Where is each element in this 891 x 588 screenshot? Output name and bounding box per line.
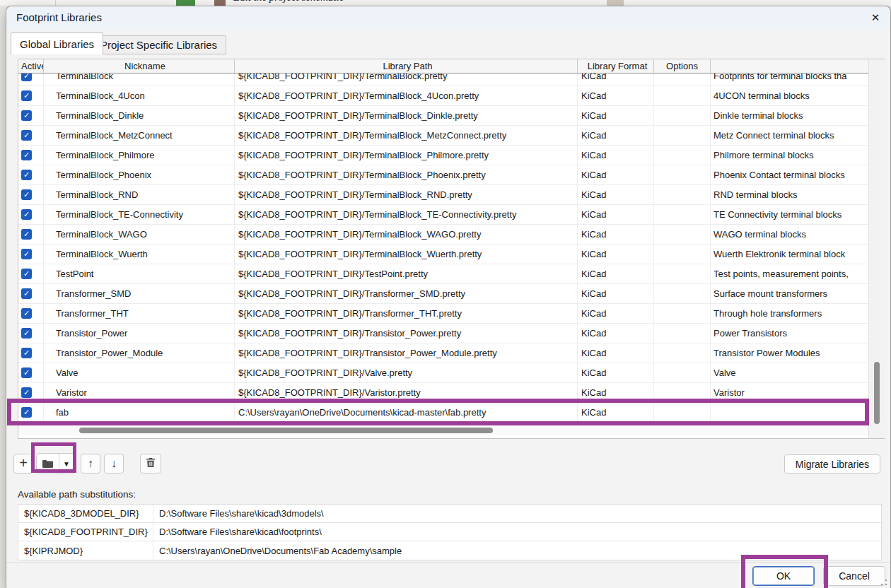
header-options: Options <box>654 59 711 73</box>
cell-options[interactable] <box>654 284 711 304</box>
header-active: Active <box>18 59 44 73</box>
cell-nickname: Transformer_THT <box>44 304 235 324</box>
check-icon: ✓ <box>23 349 30 357</box>
vertical-scrollbar-thumb[interactable] <box>874 362 880 424</box>
table-row[interactable]: ✓ TerminalBlock_MetzConnect ${KICAD8_FOO… <box>18 126 868 146</box>
table-row[interactable]: ✓ TerminalBlock_Dinkle ${KICAD8_FOOTPRIN… <box>18 106 868 126</box>
check-icon: ✓ <box>23 369 30 377</box>
active-checkbox[interactable]: ✓ <box>21 209 32 220</box>
table-row[interactable]: ✓ TerminalBlock_4Ucon ${KICAD8_FOOTPRINT… <box>18 86 868 106</box>
close-icon[interactable]: ✕ <box>865 9 886 26</box>
table-row[interactable]: ✓ TerminalBlock_WAGO ${KICAD8_FOOTPRINT_… <box>18 225 868 245</box>
table-row[interactable]: ✓ Transistor_Power_Module ${KICAD8_FOOTP… <box>18 343 868 363</box>
path-substitutions-table: ${KICAD8_3DMODEL_DIR} D:\Software Files\… <box>18 504 882 560</box>
cell-options[interactable] <box>654 165 711 185</box>
cell-options[interactable] <box>654 146 711 165</box>
active-checkbox[interactable]: ✓ <box>21 368 32 378</box>
table-row[interactable]: ✓ TerminalBlock_RND ${KICAD8_FOOTPRINT_D… <box>18 185 868 205</box>
table-row[interactable]: ✓ Valve ${KICAD8_FOOTPRINT_DIR}/Valve.pr… <box>18 363 868 383</box>
move-up-button[interactable]: ↑ <box>81 454 100 474</box>
cell-options[interactable] <box>654 225 711 245</box>
cell-library-path: ${KICAD8_FOOTPRINT_DIR}/Transformer_THT.… <box>235 304 578 324</box>
active-checkbox[interactable]: ✓ <box>21 73 32 81</box>
table-row[interactable]: ✓ Transformer_THT ${KICAD8_FOOTPRINT_DIR… <box>18 304 868 324</box>
cell-nickname: Transistor_Power_Module <box>44 343 235 363</box>
horizontal-scrollbar[interactable] <box>18 425 868 435</box>
dialog-titlebar[interactable]: Footprint Libraries ✕ <box>6 6 890 29</box>
cell-options[interactable] <box>654 304 711 324</box>
table-header-row: Active Nickname Library Path Library For… <box>18 59 868 74</box>
cell-library-path: ${KICAD8_FOOTPRINT_DIR}/TerminalBlock_TE… <box>235 205 578 225</box>
active-checkbox[interactable]: ✓ <box>21 130 32 141</box>
cell-library-format: KiCad <box>578 245 654 264</box>
header-nickname: Nickname <box>44 59 235 73</box>
cell-options[interactable] <box>654 205 711 225</box>
cell-options[interactable] <box>654 106 711 126</box>
cell-options[interactable] <box>654 86 711 106</box>
cell-nickname: TerminalBlock_TE-Connectivity <box>44 205 235 225</box>
libraries-table: Active Nickname Library Path Library For… <box>18 59 885 439</box>
cell-options[interactable] <box>654 126 711 146</box>
cell-options[interactable] <box>654 264 711 284</box>
check-icon: ✓ <box>23 290 30 298</box>
check-icon: ✓ <box>23 310 30 317</box>
migrate-libraries-button[interactable]: Migrate Libraries <box>784 454 880 474</box>
cell-library-path: ${KICAD8_FOOTPRINT_DIR}/TestPoint.pretty <box>235 264 578 284</box>
background-window-sliver: Edit the project schematic <box>0 0 891 6</box>
vertical-scrollbar[interactable] <box>868 59 885 438</box>
cell-library-format: KiCad <box>578 165 654 185</box>
active-checkbox[interactable]: ✓ <box>21 387 32 398</box>
active-checkbox[interactable]: ✓ <box>21 150 32 160</box>
table-row[interactable]: ✓ TestPoint ${KICAD8_FOOTPRINT_DIR}/Test… <box>18 264 868 284</box>
substitution-name: ${KICAD8_3DMODEL_DIR} <box>18 505 153 522</box>
tab-global-libraries[interactable]: Global Libraries <box>11 33 103 54</box>
substitution-row: ${KICAD8_3DMODEL_DIR} D:\Software Files\… <box>18 505 881 523</box>
table-row[interactable]: ✓ Transformer_SMD ${KICAD8_FOOTPRINT_DIR… <box>18 284 868 304</box>
cell-library-format: KiCad <box>578 363 654 383</box>
add-library-button[interactable]: + <box>13 454 33 474</box>
cell-description: Surface mount transformers <box>711 284 868 304</box>
cell-options[interactable] <box>654 185 711 205</box>
active-checkbox[interactable]: ✓ <box>21 348 32 358</box>
table-row[interactable]: ✓ Transistor_Power ${KICAD8_FOOTPRINT_DI… <box>18 324 868 343</box>
cell-description: Wuerth Elektronik terminal block <box>711 245 868 264</box>
cell-options[interactable] <box>654 245 711 264</box>
active-checkbox[interactable]: ✓ <box>21 328 32 339</box>
active-checkbox[interactable]: ✓ <box>21 249 32 259</box>
table-row[interactable]: ✓ TerminalBlock_Philmore ${KICAD8_FOOTPR… <box>18 146 868 165</box>
active-checkbox[interactable]: ✓ <box>21 308 32 319</box>
table-row[interactable]: ✓ TerminalBlock_Phoenix ${KICAD8_FOOTPRI… <box>18 165 868 185</box>
active-checkbox[interactable]: ✓ <box>21 269 32 279</box>
active-checkbox[interactable]: ✓ <box>21 170 32 180</box>
cell-description: 4UCON terminal blocks <box>711 86 868 106</box>
cell-library-format: KiCad <box>578 343 654 363</box>
cell-library-format: KiCad <box>578 205 654 225</box>
cell-description: Dinkle terminal blocks <box>711 106 868 126</box>
cell-description: Philmore terminal blocks <box>711 146 868 165</box>
cell-options[interactable] <box>654 363 711 383</box>
cancel-button[interactable]: Cancel <box>823 566 885 586</box>
cell-description: Phoenix Contact terminal blocks <box>711 165 868 185</box>
active-checkbox[interactable]: ✓ <box>21 288 32 299</box>
table-row[interactable]: ✓ TerminalBlock_TE-Connectivity ${KICAD8… <box>18 205 868 225</box>
move-down-button[interactable]: ↓ <box>104 454 124 474</box>
horizontal-scrollbar-thumb[interactable] <box>79 428 493 433</box>
active-checkbox[interactable]: ✓ <box>21 110 32 121</box>
table-row[interactable]: ✓ TerminalBlock ${KICAD8_FOOTPRINT_DIR}/… <box>18 73 868 86</box>
delete-library-button[interactable] <box>140 454 161 474</box>
cell-options[interactable] <box>654 343 711 363</box>
table-row[interactable]: ✓ TerminalBlock_Wuerth ${KICAD8_FOOTPRIN… <box>18 245 868 264</box>
resize-grip[interactable] <box>880 579 887 586</box>
active-checkbox[interactable]: ✓ <box>21 189 32 200</box>
check-icon: ✓ <box>23 191 30 199</box>
dialog-title: Footprint Libraries <box>16 6 102 29</box>
tab-project-specific-libraries[interactable]: Project Specific Libraries <box>91 35 226 54</box>
cell-options[interactable] <box>654 73 711 86</box>
cancel-label: Cancel <box>839 570 870 582</box>
active-checkbox[interactable]: ✓ <box>21 90 32 101</box>
cell-description: Valve <box>711 363 868 383</box>
cell-options[interactable] <box>654 324 711 343</box>
annotation-folder-button-highlight <box>31 442 76 473</box>
active-checkbox[interactable]: ✓ <box>21 229 32 240</box>
cell-description: Test points, measurement points, <box>711 264 868 284</box>
